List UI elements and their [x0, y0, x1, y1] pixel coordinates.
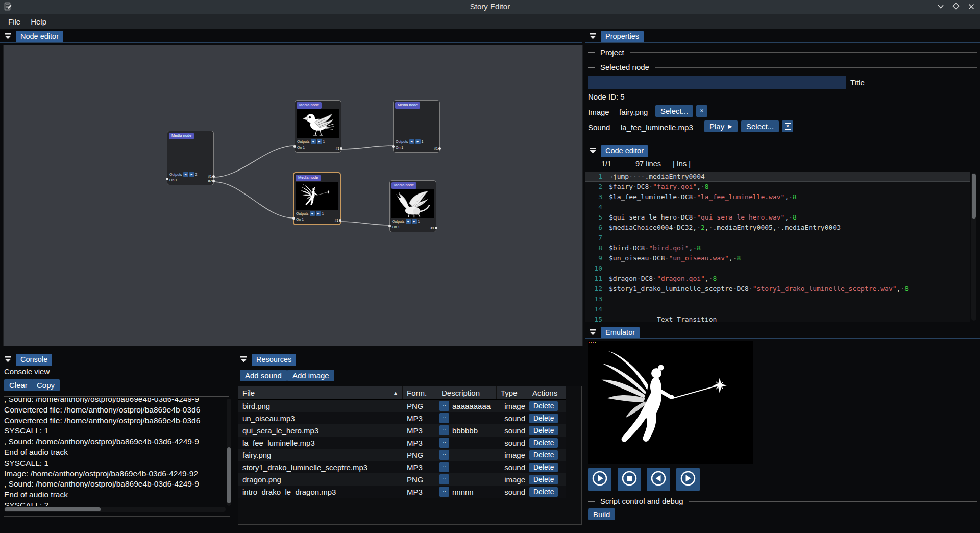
input-port[interactable] [392, 145, 395, 148]
table-row[interactable]: un_oiseau.mp3MP3..soundDelete [238, 412, 567, 424]
decrement-outputs-button[interactable]: ◀ [311, 139, 316, 144]
decrement-outputs-button[interactable]: ◀ [310, 211, 315, 216]
tab-node-editor[interactable]: Node editor [16, 31, 63, 42]
collapse-icon[interactable] [589, 32, 597, 40]
output-port[interactable]: #1 [336, 147, 340, 151]
column-header-file[interactable]: File ▲ [238, 386, 403, 399]
add-image-button[interactable]: Add image [287, 370, 334, 381]
console-clear-button[interactable]: Clear [4, 379, 33, 391]
cursor-position: 1/1 [601, 160, 611, 168]
decrement-outputs-button[interactable]: ◀ [406, 219, 411, 224]
collapse-icon[interactable] [240, 355, 248, 363]
graph-node-blank-2[interactable]: Media nodeOutputs◀▶1On 1#1 [393, 100, 440, 153]
input-port[interactable] [166, 178, 168, 180]
step-forward-button[interactable] [676, 468, 700, 491]
decrement-outputs-button[interactable]: ◀ [409, 139, 414, 144]
graph-node-blank-0[interactable]: Media nodeOutputs◀▶2On 1#1#2 [167, 131, 214, 185]
code-token: · [733, 284, 737, 294]
edit-description-button[interactable]: .. [439, 401, 449, 411]
code-line: 15 Text Transition [585, 314, 970, 322]
graph-node-bird[interactable]: Media nodeOutputs◀▶1On 1#1 [295, 100, 341, 153]
add-sound-button[interactable]: Add sound [240, 370, 287, 381]
minimize-button[interactable] [936, 3, 945, 11]
tab-code-editor[interactable]: Code editor [601, 145, 648, 157]
input-port[interactable] [388, 225, 391, 227]
output-port[interactable]: #1 [208, 175, 212, 179]
column-header-actions[interactable]: Actions [528, 386, 566, 399]
node-title-input[interactable] [588, 76, 846, 89]
delete-button[interactable]: Delete [529, 475, 558, 484]
image-clear-button[interactable]: ✕ [696, 105, 707, 117]
scrollbar-thumb[interactable] [5, 507, 101, 511]
tab-resources[interactable]: Resources [252, 354, 296, 366]
step-back-button[interactable] [647, 468, 670, 491]
table-row[interactable]: bird.pngPNG..aaaaaaaaaimageDelete [238, 400, 567, 412]
table-row[interactable]: la_fee_luminelle.mp3MP3..soundDelete [238, 437, 567, 449]
scrollbar-thumb[interactable] [227, 447, 231, 503]
image-select-button[interactable]: Select... [655, 105, 693, 117]
table-row[interactable]: intro_drako_le_dragon.mp3MP3..nnnnnsound… [238, 486, 567, 498]
column-header-type[interactable]: Type [497, 386, 528, 399]
edit-description-button[interactable]: .. [439, 425, 449, 435]
increment-outputs-button[interactable]: ▶ [415, 139, 421, 144]
table-row[interactable]: fairy.pngPNG..imageDelete [238, 449, 567, 461]
sound-play-button[interactable]: Play▶ [704, 120, 738, 132]
console-copy-button[interactable]: Copy [32, 379, 60, 391]
collapse-icon[interactable] [589, 328, 597, 336]
tab-properties[interactable]: Properties [601, 31, 644, 42]
increment-outputs-button[interactable]: ▶ [317, 139, 322, 144]
play-button[interactable] [588, 468, 611, 491]
output-port[interactable]: #2 [208, 180, 212, 183]
code-token: , [785, 212, 789, 223]
increment-outputs-button[interactable]: ▶ [189, 172, 194, 177]
sound-clear-button[interactable]: ✕ [782, 120, 793, 132]
sound-select-button[interactable]: Select... [741, 120, 779, 132]
output-port[interactable]: #1 [431, 227, 435, 230]
delete-button[interactable]: Delete [529, 450, 558, 460]
edit-description-button[interactable]: .. [439, 413, 449, 423]
delete-button[interactable]: Delete [529, 438, 558, 448]
delete-button[interactable]: Delete [529, 463, 558, 472]
edit-description-button[interactable]: .. [439, 462, 449, 472]
input-port[interactable] [292, 217, 295, 220]
collapse-icon[interactable] [4, 32, 12, 40]
console-horizontal-scrollbar[interactable] [4, 507, 226, 512]
console-vertical-scrollbar[interactable] [227, 399, 231, 506]
code-editor-area[interactable]: 1→jump····.mediaEntry00042$fairy·DC8·"fa… [585, 172, 970, 322]
node-graph-canvas[interactable]: Media nodeOutputs◀▶2On 1#1#2Media nodeOu… [3, 45, 583, 346]
build-button[interactable]: Build [588, 508, 615, 520]
edit-description-button[interactable]: .. [439, 450, 449, 460]
collapse-icon[interactable] [4, 355, 12, 363]
menu-help[interactable]: Help [26, 16, 52, 27]
collapse-icon[interactable] [589, 147, 597, 154]
edit-description-button[interactable]: .. [439, 438, 449, 448]
column-header-description[interactable]: Description [437, 386, 497, 399]
table-scrollbar-gutter[interactable] [566, 386, 581, 524]
delete-button[interactable]: Delete [529, 426, 558, 435]
table-row[interactable]: qui_sera_le_hero.mp3MP3..bbbbbbsoundDele… [238, 424, 567, 437]
tab-console[interactable]: Console [16, 354, 52, 366]
increment-outputs-button[interactable]: ▶ [412, 219, 417, 224]
increment-outputs-button[interactable]: ▶ [316, 211, 321, 216]
menu-file[interactable]: File [3, 16, 26, 27]
stop-button[interactable] [618, 468, 641, 491]
graph-node-dragon[interactable]: Media nodeOutputs◀▶1On 1#1 [389, 180, 436, 232]
edit-description-button[interactable]: .. [439, 474, 449, 484]
column-header-format[interactable]: Form. [403, 386, 437, 399]
table-row[interactable]: story1_drako_luminelle_sceptre.mp3MP3..s… [238, 461, 567, 473]
output-port[interactable]: #1 [335, 219, 339, 223]
graph-node-fairy[interactable]: Media nodeOutputs◀▶1On 1#1 [293, 172, 341, 225]
scrollbar-thumb[interactable] [972, 174, 976, 219]
delete-button[interactable]: Delete [529, 487, 558, 497]
delete-button[interactable]: Delete [529, 414, 558, 423]
table-row[interactable]: dragon.pngPNG..imageDelete [238, 473, 567, 486]
delete-button[interactable]: Delete [529, 401, 558, 411]
decrement-outputs-button[interactable]: ◀ [183, 172, 188, 177]
code-editor-scrollbar[interactable] [971, 173, 976, 321]
output-port[interactable]: #1 [434, 147, 438, 151]
input-port[interactable] [293, 145, 296, 148]
maximize-button[interactable] [951, 3, 961, 11]
edit-description-button[interactable]: .. [439, 487, 449, 497]
tab-emulator[interactable]: Emulator [601, 327, 640, 338]
close-button[interactable] [967, 3, 976, 11]
